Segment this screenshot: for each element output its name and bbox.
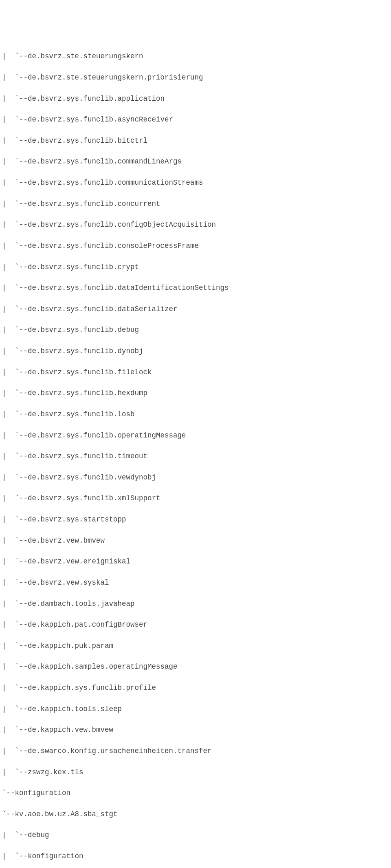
tree-line: | `--de.dambach.tools.javaheap xyxy=(2,594,389,615)
tree-line: | `--de.bsvrz.vew.syskal xyxy=(2,572,389,594)
tree-line: | `--de.bsvrz.sys.funclib.xmlSupport xyxy=(2,488,389,509)
directory-tree: | `--de.bsvrz.ste.steuerungskern| `--de.… xyxy=(2,46,389,868)
tree-line: | `--debug xyxy=(2,825,389,846)
tree-line: | `--de.bsvrz.sys.startstopp xyxy=(2,509,389,530)
tree-line: | `--de.bsvrz.sys.funclib.crypt xyxy=(2,257,389,278)
tree-line: | `--konfiguration xyxy=(2,846,389,867)
tree-line: | `--de.bsvrz.sys.funclib.vewdynobj xyxy=(2,467,389,488)
tree-line: | `--de.bsvrz.sys.funclib.hexdump xyxy=(2,383,389,404)
tree-line: | `--de.bsvrz.ste.steuerungskern xyxy=(2,46,389,67)
tree-line: | `--de.kappich.sys.funclib.profile xyxy=(2,678,389,699)
tree-line: | `--de.bsvrz.sys.funclib.timeout xyxy=(2,446,389,467)
tree-line: | `--de.kappich.pat.configBrowser xyxy=(2,614,389,636)
tree-line: | `--de.bsvrz.sys.funclib.dynobj xyxy=(2,341,389,362)
tree-line: | `--de.swarco.konfig.ursacheneinheiten.… xyxy=(2,741,389,762)
tree-line: `--konfiguration xyxy=(2,783,389,804)
tree-line: | `--de.bsvrz.sys.funclib.consoleProcess… xyxy=(2,236,389,257)
tree-line: | `--zswzg.kex.tls xyxy=(2,762,389,783)
tree-line: | `--de.bsvrz.sys.funclib.debug xyxy=(2,320,389,341)
tree-line: | `--de.kappich.puk.param xyxy=(2,636,389,657)
tree-line: | `--de.kappich.vew.bmvew xyxy=(2,720,389,741)
tree-line: | `--de.bsvrz.sys.funclib.communicationS… xyxy=(2,172,389,194)
tree-line: | `--de.bsvrz.vew.ereigniskal xyxy=(2,551,389,572)
tree-line: | `--de.bsvrz.sys.funclib.bitctrl xyxy=(2,130,389,152)
tree-line: | `--de.bsvrz.sys.funclib.operatingMessa… xyxy=(2,425,389,446)
tree-line: | `--de.bsvrz.sys.funclib.commandLineArg… xyxy=(2,151,389,172)
tree-line: | `--de.bsvrz.sys.funclib.asyncReceiver xyxy=(2,109,389,130)
tree-line: | `--de.bsvrz.sys.funclib.configObjectAc… xyxy=(2,214,389,236)
tree-line: | `--de.kappich.tools.sleep xyxy=(2,699,389,720)
tree-line: | `--de.bsvrz.sys.funclib.concurrent xyxy=(2,194,389,215)
tree-line: | `--de.bsvrz.sys.funclib.losb xyxy=(2,404,389,425)
tree-line: `--kv.aoe.bw.uz.A8.sba_stgt xyxy=(2,804,389,825)
tree-line: | `--de.kappich.samples.operatingMessage xyxy=(2,656,389,678)
tree-line: | `--de.bsvrz.sys.funclib.filelock xyxy=(2,362,389,383)
tree-line: | `--de.bsvrz.sys.funclib.dataIdentifica… xyxy=(2,278,389,299)
tree-line: | `--de.bsvrz.sys.funclib.dataSerializer xyxy=(2,299,389,320)
tree-line: | `--de.bsvrz.ste.steuerungskern.prioris… xyxy=(2,67,389,88)
tree-line: | `--de.bsvrz.vew.bmvew xyxy=(2,530,389,552)
tree-line: | `--de.bsvrz.sys.funclib.application xyxy=(2,88,389,110)
